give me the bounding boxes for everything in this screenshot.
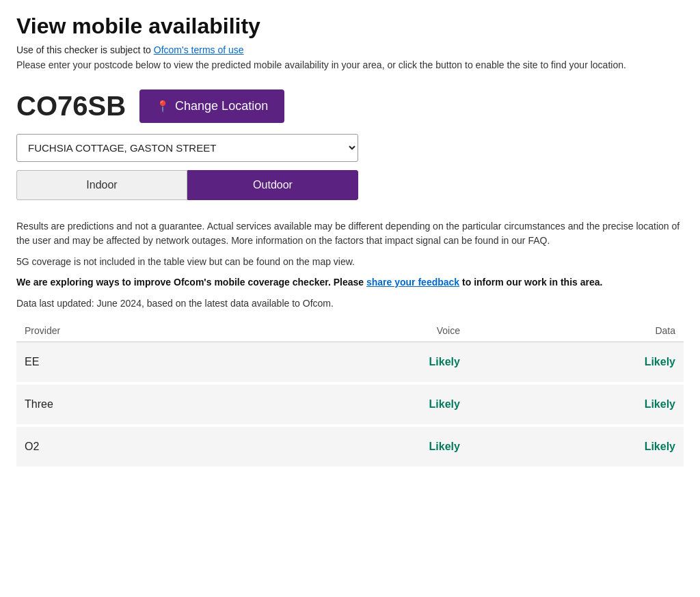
location-row: CO76SB 📍 Change Location xyxy=(16,89,684,123)
data-cell: Likely xyxy=(468,383,684,426)
data-cell: Likely xyxy=(468,426,684,468)
indoor-button[interactable]: Indoor xyxy=(16,170,187,200)
change-location-button[interactable]: 📍 Change Location xyxy=(139,89,284,123)
data-cell: Likely xyxy=(468,342,684,384)
table-row: O2 Likely Likely xyxy=(16,426,684,468)
change-location-label: Change Location xyxy=(175,99,268,113)
terms-line: Use of this checker is subject to Ofcom'… xyxy=(16,44,684,55)
indoor-outdoor-toggle: Indoor Outdoor xyxy=(16,170,358,200)
intro-text: Please enter your postcode below to view… xyxy=(16,59,684,70)
feedback-link[interactable]: share your feedback xyxy=(366,277,459,288)
feedback-banner: We are exploring ways to improve Ofcom's… xyxy=(16,275,684,290)
voice-cell: Likely xyxy=(253,383,468,426)
voice-cell: Likely xyxy=(253,426,468,468)
col-voice-header: Voice xyxy=(253,320,468,342)
voice-cell: Likely xyxy=(253,342,468,384)
terms-link[interactable]: Ofcom's terms of use xyxy=(154,44,244,55)
outdoor-button[interactable]: Outdoor xyxy=(187,170,358,200)
pin-icon: 📍 xyxy=(156,100,170,113)
results-disclaimer: Results are predictions and not a guaran… xyxy=(16,219,684,248)
terms-prefix: Use of this checker is subject to xyxy=(16,44,151,55)
col-provider-header: Provider xyxy=(16,320,253,342)
address-select[interactable]: FUCHSIA COTTAGE, GASTON STREET xyxy=(16,134,358,162)
page-title: View mobile availability xyxy=(16,14,684,39)
table-row: EE Likely Likely xyxy=(16,342,684,384)
col-data-header: Data xyxy=(468,320,684,342)
coverage-table: Provider Voice Data EE Likely Likely Thr… xyxy=(16,320,684,469)
table-row: Three Likely Likely xyxy=(16,383,684,426)
feedback-text-after: to inform our work in this area. xyxy=(462,277,602,288)
table-header-row: Provider Voice Data xyxy=(16,320,684,342)
feedback-text-before: We are exploring ways to improve Ofcom's… xyxy=(16,277,364,288)
provider-cell: Three xyxy=(16,383,253,426)
provider-cell: O2 xyxy=(16,426,253,468)
5g-coverage-note: 5G coverage is not included in the table… xyxy=(16,256,684,267)
postcode-display: CO76SB xyxy=(16,91,126,122)
data-updated-text: Data last updated: June 2024, based on t… xyxy=(16,298,684,309)
provider-cell: EE xyxy=(16,342,253,384)
